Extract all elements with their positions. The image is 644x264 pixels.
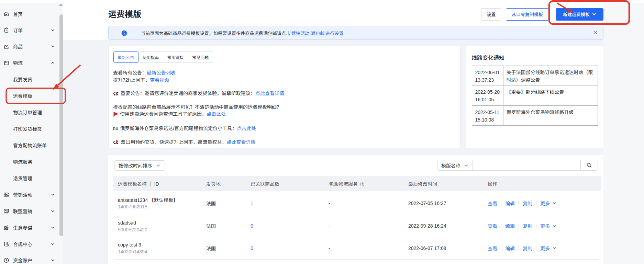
svg-text:AD: AD (5, 209, 8, 212)
svg-text:$: $ (5, 259, 7, 262)
